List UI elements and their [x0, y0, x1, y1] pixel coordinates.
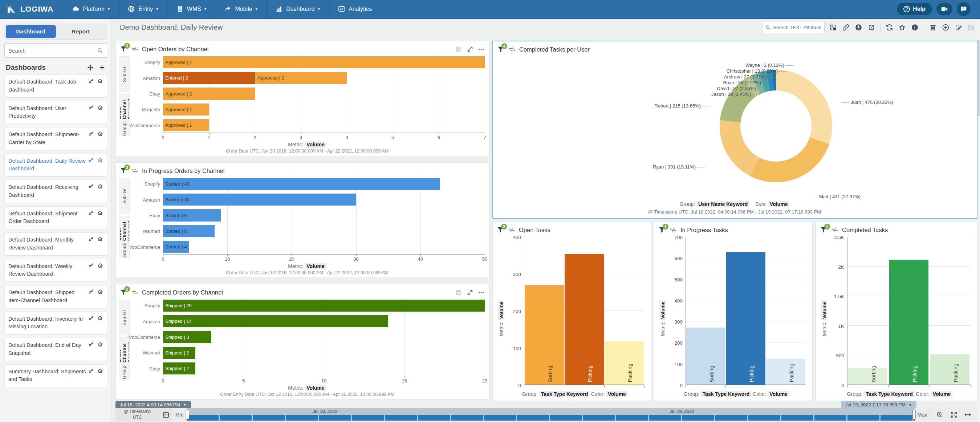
- nav-item-dashboard[interactable]: Dashboard▾: [266, 0, 329, 18]
- filter-icon[interactable]: 2: [496, 226, 504, 234]
- video-button[interactable]: [936, 3, 952, 15]
- bar-segment[interactable]: Entered | 2: [163, 72, 255, 84]
- swap-axes-icon[interactable]: [670, 226, 677, 234]
- fullscreen-icon[interactable]: [950, 411, 958, 419]
- sidebar-item-dashboard[interactable]: Default Dashboard: Task-Job Dashboard: [4, 75, 107, 98]
- add-widget-icon[interactable]: [942, 24, 950, 31]
- sidebar-item-dashboard[interactable]: Default Dashboard: Shipped Item-Channel …: [4, 285, 107, 308]
- sidebar-item-dashboard[interactable]: Default Dashboard: Shipment Order Dashbo…: [4, 206, 107, 229]
- bar-segment[interactable]: Started | 30: [163, 194, 356, 205]
- key-icon[interactable]: [88, 78, 94, 84]
- sidebar-item-dashboard[interactable]: Default Dashboard: User Productivity: [4, 101, 107, 124]
- key-icon[interactable]: [88, 105, 94, 110]
- filter-icon[interactable]: 4: [497, 45, 505, 53]
- key-icon[interactable]: [88, 368, 94, 374]
- copy-link-icon[interactable]: [842, 24, 850, 31]
- timeline-track[interactable]: Jul 18, 2022 Jul 19, 2022: [187, 408, 915, 421]
- sidebar-item-dashboard[interactable]: Summary Dashboard: Shipments and Tasks: [4, 364, 107, 387]
- bar[interactable]: Packing: [766, 359, 805, 385]
- key-icon[interactable]: [88, 210, 94, 216]
- home-icon[interactable]: [97, 289, 103, 295]
- timeline-max-handle[interactable]: [912, 410, 916, 419]
- bar-segment[interactable]: Approved | 2: [163, 88, 255, 100]
- swap-axes-icon[interactable]: [131, 167, 138, 174]
- key-icon[interactable]: [88, 263, 94, 268]
- tab-report[interactable]: Report: [56, 25, 106, 38]
- filter-icon[interactable]: 3: [119, 167, 127, 175]
- home-icon[interactable]: [97, 236, 103, 242]
- calendar-button[interactable]: [159, 408, 172, 421]
- home-icon[interactable]: [97, 78, 103, 84]
- sidebar-item-dashboard[interactable]: Default Dashboard: Weekly Review Dashboa…: [4, 259, 107, 282]
- filter-icon[interactable]: 3: [119, 45, 127, 53]
- widget-menu-icon[interactable]: [478, 289, 485, 296]
- move-icon[interactable]: [87, 64, 94, 71]
- key-icon[interactable]: [88, 131, 94, 137]
- timeline-start-pill[interactable]: Jul 18, 2022 4:00:14.096 PM ▼: [116, 401, 191, 408]
- nav-item-platform[interactable]: Platform▾: [63, 0, 118, 18]
- favorite-icon[interactable]: [898, 24, 906, 31]
- refresh-icon[interactable]: [886, 24, 893, 31]
- sidebar-search-input[interactable]: [8, 48, 97, 54]
- bar[interactable]: Packing: [930, 354, 969, 385]
- widget-menu-icon[interactable]: [478, 46, 485, 53]
- save-icon[interactable]: [967, 24, 975, 31]
- filter-icon[interactable]: 2: [119, 288, 127, 296]
- bar-segment[interactable]: Started | 4: [163, 241, 189, 253]
- widget-save-icon[interactable]: [455, 289, 462, 296]
- timeline-min-handle[interactable]: [186, 410, 189, 419]
- home-icon[interactable]: [97, 157, 103, 163]
- bar-segment[interactable]: Shipped | 3: [163, 331, 211, 343]
- home-icon[interactable]: [97, 131, 103, 137]
- bar-segment[interactable]: Shipped | 14: [163, 315, 388, 327]
- bar-segment[interactable]: Shipped | 20: [163, 299, 485, 312]
- bar-segment[interactable]: Approved | 7: [163, 56, 485, 68]
- bar-segment[interactable]: Shipped | 2: [163, 362, 195, 374]
- info-icon[interactable]: [911, 24, 919, 31]
- sidebar-item-dashboard[interactable]: Default Dashboard: Monthly Review Dashbo…: [4, 232, 107, 256]
- bar[interactable]: Sorting: [686, 328, 725, 385]
- zoom-in-icon[interactable]: [936, 411, 944, 419]
- help-button[interactable]: ? Help: [897, 3, 932, 15]
- nav-item-analytics[interactable]: Analytics: [329, 0, 380, 18]
- bar-segment[interactable]: Started | 8: [163, 225, 215, 237]
- widget-expand-icon[interactable]: [466, 289, 474, 296]
- open-external-icon[interactable]: [867, 24, 875, 31]
- home-icon[interactable]: [97, 263, 103, 268]
- add-dashboard-icon[interactable]: [99, 64, 106, 71]
- bar[interactable]: Sorting: [525, 285, 564, 385]
- bar-segment[interactable]: Started | 9: [163, 209, 221, 221]
- sidebar-item-dashboard[interactable]: Default Dashboard: Receiving Dashboard: [4, 180, 107, 203]
- key-icon[interactable]: [88, 315, 94, 321]
- rename-icon[interactable]: [955, 24, 962, 31]
- key-icon[interactable]: [88, 341, 94, 347]
- widget-save-icon[interactable]: [455, 46, 462, 53]
- window-scrollbar[interactable]: [977, 20, 980, 422]
- logiwa-logo[interactable]: LOGIWA: [0, 0, 63, 18]
- swap-axes-icon[interactable]: [508, 46, 515, 53]
- tab-dashboard[interactable]: Dashboard: [6, 25, 56, 38]
- sidebar-item-dashboard[interactable]: Default Dashboard: Shipment-Carrier by S…: [4, 127, 107, 150]
- key-icon[interactable]: [88, 157, 94, 163]
- swap-axes-icon[interactable]: [508, 226, 515, 234]
- filter-icon[interactable]: 1: [819, 226, 827, 234]
- bar[interactable]: Packing: [605, 341, 644, 385]
- home-icon[interactable]: [97, 315, 103, 321]
- home-icon[interactable]: [97, 341, 103, 347]
- home-icon[interactable]: [97, 105, 103, 110]
- swap-axes-icon[interactable]: [131, 289, 138, 296]
- bar[interactable]: Picking: [889, 260, 928, 385]
- bar-segment[interactable]: Shipped | 2: [163, 347, 195, 359]
- key-icon[interactable]: [88, 289, 94, 295]
- swap-widgets-icon[interactable]: [829, 24, 837, 31]
- nav-item-wms[interactable]: WMS▾: [167, 0, 215, 18]
- delete-icon[interactable]: [929, 24, 937, 31]
- bar[interactable]: Picking: [726, 252, 765, 385]
- bar[interactable]: Sorting: [848, 368, 888, 385]
- download-icon[interactable]: [855, 24, 862, 31]
- timeline-end-pill[interactable]: Jul 19, 2022 7:17:18.999 PM ▼: [841, 401, 916, 408]
- horizontal-expand-icon[interactable]: [964, 411, 972, 419]
- bar-segment[interactable]: Approved | 1: [163, 104, 209, 115]
- bar-segment[interactable]: Approved | 2: [255, 72, 347, 84]
- text-attribute-search-input[interactable]: [773, 25, 821, 30]
